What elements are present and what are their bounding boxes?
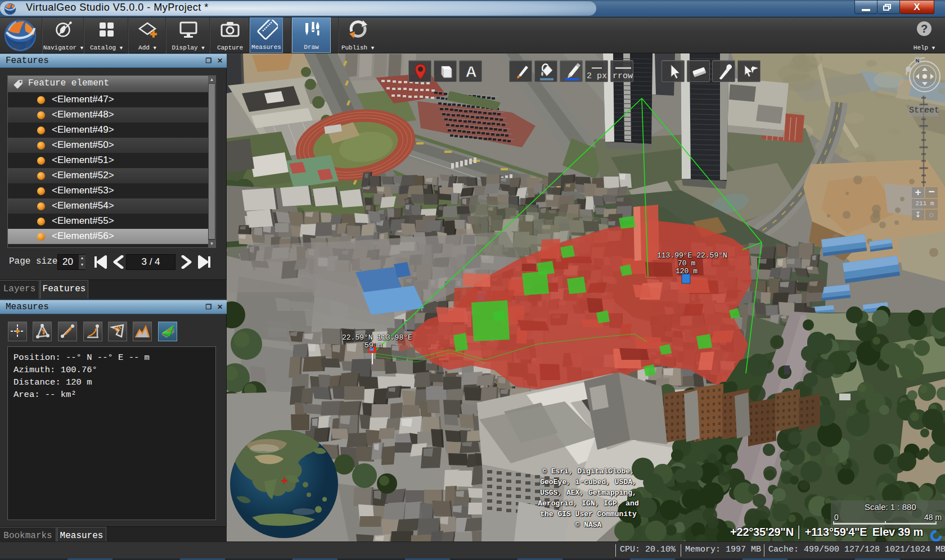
svg-text:rrow: rrow: [613, 71, 633, 81]
svg-text:A: A: [465, 63, 476, 80]
svg-text:2 px: 2 px: [587, 71, 607, 81]
svg-text:N: N: [916, 58, 920, 64]
svg-text:?: ?: [921, 22, 928, 35]
